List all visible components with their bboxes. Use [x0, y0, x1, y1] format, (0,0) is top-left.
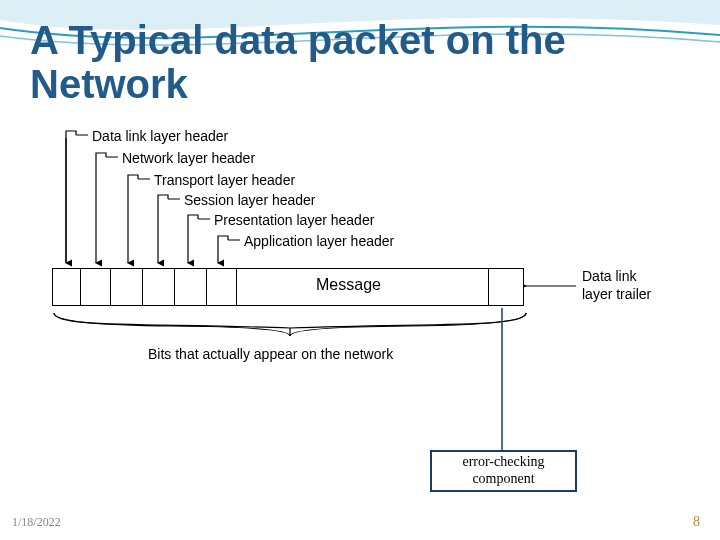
label-message: Message: [316, 276, 381, 294]
cell-presentation: [175, 269, 207, 305]
label-trailer: Data linklayer trailer: [582, 268, 672, 303]
footer-date: 1/18/2022: [12, 515, 61, 530]
cell-session: [143, 269, 175, 305]
footer-page: 8: [693, 514, 700, 530]
cell-data-link: [53, 269, 81, 305]
label-trailer-text: Data linklayer trailer: [582, 268, 651, 302]
cell-network: [81, 269, 111, 305]
cell-application: [207, 269, 237, 305]
callout-line1: error-checking: [432, 454, 575, 471]
cell-transport: [111, 269, 143, 305]
callout-error-checking: error-checking component: [430, 450, 577, 492]
slide-title: A Typical data packet on the Network: [30, 18, 690, 106]
packet-bar: [52, 268, 524, 306]
packet-diagram: Data link layer header Network layer hea…: [48, 128, 672, 418]
cell-trailer: [489, 269, 523, 305]
label-bits: Bits that actually appear on the network: [148, 346, 393, 362]
callout-line2: component: [432, 471, 575, 488]
